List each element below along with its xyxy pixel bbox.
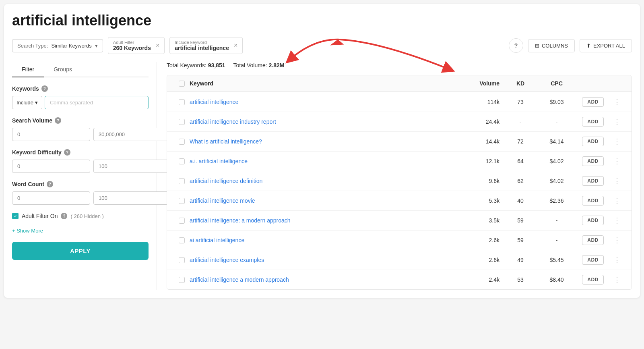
columns-icon: ⊞ <box>535 43 539 49</box>
add-button-5[interactable]: ADD <box>582 196 604 206</box>
table-row: a.i. artificial intelligence 12.1k 64 $4… <box>167 152 632 171</box>
row-menu-dots-2[interactable]: ⋮ <box>613 137 621 145</box>
row-cpc-2: $4.14 <box>537 138 577 145</box>
include-select[interactable]: Include ▾ <box>12 96 42 109</box>
table-row: artificial intelligence a modern approac… <box>167 270 632 289</box>
total-keywords-value: 93,851 <box>208 62 225 69</box>
row-checkbox-2[interactable] <box>179 139 185 145</box>
row-checkbox-0[interactable] <box>179 99 185 105</box>
chevron-down-icon: ▾ <box>95 43 98 49</box>
row-menu-dots-9[interactable]: ⋮ <box>613 276 621 284</box>
sv-min-input[interactable] <box>12 128 90 141</box>
wc-label: Word Count ? <box>12 181 149 187</box>
add-button-2[interactable]: ADD <box>582 137 604 146</box>
export-all-button[interactable]: ⬆ EXPORT ALL <box>580 39 632 52</box>
wc-min-input[interactable] <box>12 191 90 205</box>
chip-label-include: Include keyword <box>175 40 229 45</box>
row-menu-dots-6[interactable]: ⋮ <box>613 216 621 224</box>
keywords-help-icon: ? <box>41 85 48 92</box>
add-button-7[interactable]: ADD <box>582 235 604 245</box>
help-button[interactable]: ? <box>509 38 523 53</box>
row-menu-dots-1[interactable]: ⋮ <box>613 118 621 126</box>
stats-bar: Total Keywords: 93,851 Total Volume: 2.8… <box>167 62 632 69</box>
show-more-link[interactable]: + Show More <box>12 228 43 234</box>
filter-chip-include: Include keyword artificial intelligence … <box>169 37 243 54</box>
add-button-3[interactable]: ADD <box>582 156 604 166</box>
columns-button[interactable]: ⊞ COLUMNS <box>528 39 575 52</box>
help-icon: ? <box>514 42 518 49</box>
row-kd-8: 49 <box>504 257 537 263</box>
wc-help-icon: ? <box>47 181 53 187</box>
row-checkbox-5[interactable] <box>179 198 185 204</box>
keyword-link-3[interactable]: a.i. artificial intelligence <box>190 158 248 164</box>
row-checkbox-3[interactable] <box>179 158 185 164</box>
keyword-link-2[interactable]: What is artificial intelligence? <box>190 138 262 145</box>
row-checkbox-6[interactable] <box>179 218 185 224</box>
row-checkbox-7[interactable] <box>179 237 185 243</box>
add-button-1[interactable]: ADD <box>582 117 604 127</box>
keyword-link-8[interactable]: artificial intelligence examples <box>190 257 264 263</box>
keyword-link-9[interactable]: artificial intelligence a modern approac… <box>190 276 289 283</box>
table-body: artificial intelligence 114k 73 $9.03 AD… <box>167 92 632 289</box>
table-row: artificial intelligence definition 9.6k … <box>167 171 632 191</box>
row-checkbox-4[interactable] <box>179 178 185 184</box>
row-menu-dots-0[interactable]: ⋮ <box>613 98 621 106</box>
filter-chip-adult: Adult Filter 260 Keywords × <box>108 37 165 54</box>
chip-close-adult[interactable]: × <box>156 42 159 49</box>
row-checkbox-cell-2 <box>173 139 190 145</box>
keyword-link-0[interactable]: artificial intelligence <box>190 99 238 105</box>
row-menu-dots-8[interactable]: ⋮ <box>613 256 621 264</box>
row-menu-dots-4[interactable]: ⋮ <box>613 177 621 185</box>
row-kd-0: 73 <box>504 99 537 105</box>
keyword-link-7[interactable]: ai artificial intelligence <box>190 237 244 243</box>
keyword-input[interactable] <box>45 96 149 109</box>
row-menu-0: ⋮ <box>609 98 625 106</box>
chip-value-adult: 260 Keywords <box>113 45 151 51</box>
adult-filter-checkbox[interactable] <box>12 213 19 219</box>
row-checkbox-9[interactable] <box>179 277 185 283</box>
tab-groups[interactable]: Groups <box>44 62 82 77</box>
row-keyword-7: ai artificial intelligence <box>190 237 464 243</box>
row-cpc-9: $8.40 <box>537 276 577 283</box>
tab-filter[interactable]: Filter <box>12 62 44 77</box>
keyword-input-row: Include ▾ <box>12 96 149 109</box>
row-volume-1: 24.4k <box>464 118 504 125</box>
add-button-6[interactable]: ADD <box>582 216 604 225</box>
keyword-link-5[interactable]: artificial intelligence movie <box>190 197 255 204</box>
row-volume-0: 114k <box>464 99 504 105</box>
row-menu-dots-7[interactable]: ⋮ <box>613 236 621 244</box>
row-checkbox-1[interactable] <box>179 119 185 125</box>
row-kd-4: 62 <box>504 178 537 184</box>
kd-min-input[interactable] <box>12 160 90 173</box>
row-checkbox-cell-3 <box>173 158 190 164</box>
keyword-link-6[interactable]: artificial intelligence: a modern approa… <box>190 217 291 224</box>
keyword-link-1[interactable]: artificial intelligence industry report <box>190 118 276 125</box>
add-button-8[interactable]: ADD <box>582 255 604 265</box>
keyword-link-4[interactable]: artificial intelligence definition <box>190 178 262 184</box>
row-volume-8: 2.6k <box>464 257 504 263</box>
apply-button[interactable]: APPLY <box>12 242 149 260</box>
sv-range-row <box>12 128 149 141</box>
header-keyword: Keyword <box>190 80 464 87</box>
row-menu-dots-3[interactable]: ⋮ <box>613 157 621 165</box>
add-button-4[interactable]: ADD <box>582 176 604 186</box>
row-checkbox-8[interactable] <box>179 257 185 263</box>
content-area: Total Keywords: 93,851 Total Volume: 2.8… <box>157 62 632 290</box>
add-button-0[interactable]: ADD <box>582 97 604 107</box>
include-chevron-icon: ▾ <box>35 100 38 106</box>
search-type-select[interactable]: Search Type: Similar Keywords ▾ <box>12 39 103 52</box>
tab-bar: Filter Groups <box>12 62 149 77</box>
select-all-checkbox[interactable] <box>179 81 185 87</box>
row-menu-1: ⋮ <box>609 117 625 126</box>
chip-close-include[interactable]: × <box>234 42 237 49</box>
filter-wc-section: Word Count ? <box>12 181 149 205</box>
row-menu-dots-5[interactable]: ⋮ <box>613 197 621 205</box>
row-checkbox-cell-6 <box>173 218 190 224</box>
row-keyword-9: artificial intelligence a modern approac… <box>190 276 464 283</box>
row-menu-4: ⋮ <box>609 177 625 185</box>
row-cpc-4: $4.02 <box>537 178 577 184</box>
table-row: artificial intelligence: a modern approa… <box>167 211 632 231</box>
table-row: What is artificial intelligence? 14.4k 7… <box>167 132 632 152</box>
add-button-9[interactable]: ADD <box>582 275 604 285</box>
row-cpc-0: $9.03 <box>537 99 577 105</box>
